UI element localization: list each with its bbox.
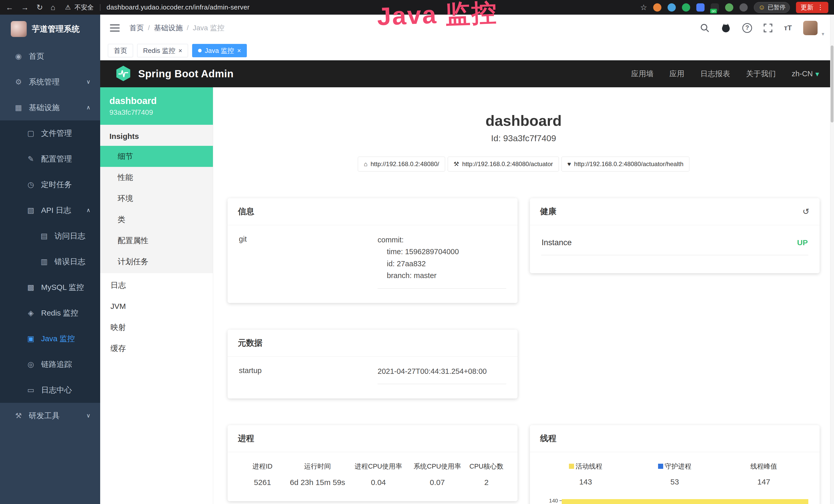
- sidebar-item-mysql-monitor[interactable]: ▩ MySQL 监控: [0, 274, 100, 300]
- sba-nav-wallboard[interactable]: 应用墙: [631, 69, 654, 79]
- tab-label: Redis 监控: [143, 46, 175, 55]
- header-actions: ? тT ▾: [700, 19, 824, 37]
- infrastructure-icon: ▦: [13, 103, 24, 112]
- sba-menu-item-logs[interactable]: 日志: [100, 275, 213, 296]
- forward-icon[interactable]: →: [21, 4, 29, 11]
- actuator-url-label: http://192.168.0.2:48080/actuator: [462, 160, 553, 168]
- sidebar-item-label: MySQL 监控: [41, 282, 84, 293]
- sba-menu-item-performance[interactable]: 性能: [100, 167, 213, 188]
- browser-menu-dots-icon[interactable]: ⋮: [817, 3, 824, 11]
- sba-menu-item-details[interactable]: 细节: [100, 146, 213, 167]
- sba-section-label: Insights: [100, 125, 213, 146]
- sba-instance-header[interactable]: dashboard 93a3fc7f7409: [100, 87, 213, 125]
- breadcrumb-item[interactable]: 首页: [129, 23, 144, 33]
- extension-icon-7[interactable]: [740, 3, 748, 12]
- security-warning-icon[interactable]: ⚠: [65, 4, 71, 11]
- sba-menu-item-config-props[interactable]: 配置属性: [100, 230, 213, 251]
- tab-home[interactable]: 首页: [108, 44, 133, 57]
- sidebar-item-cron-jobs[interactable]: ◷ 定时任务: [0, 172, 100, 198]
- sidebar-item-home[interactable]: ◉ 首页: [0, 43, 100, 69]
- sidebar-item-error-logs[interactable]: ▥ 错误日志: [0, 249, 100, 274]
- startup-timestamp: 2021-04-27T00:44:31.254+08:00: [378, 365, 506, 377]
- browser-update-button[interactable]: 更新 ⋮: [796, 2, 828, 13]
- sidebar-item-log-center[interactable]: ▭ 日志中心: [0, 377, 100, 403]
- back-icon[interactable]: ←: [6, 4, 13, 11]
- extension-icon-4[interactable]: [696, 3, 705, 12]
- breadcrumb-item[interactable]: 基础设施: [154, 23, 183, 33]
- extension-icon-2[interactable]: [667, 3, 676, 12]
- sidebar-item-trace[interactable]: ◎ 链路追踪: [0, 351, 100, 377]
- sba-menu-item-environment[interactable]: 环境: [100, 188, 213, 209]
- user-avatar[interactable]: [803, 21, 817, 35]
- metadata-card-body: startup 2021-04-27T00:44:31.254+08:00: [227, 357, 518, 398]
- caret-down-icon: ▾: [815, 70, 819, 78]
- sidebar-item-infrastructure[interactable]: ▦ 基础设施 ∧: [0, 95, 100, 120]
- instance-title: dashboard: [227, 112, 820, 129]
- sba-nav-journal[interactable]: 日志报表: [700, 69, 730, 79]
- fullscreen-icon[interactable]: [763, 23, 773, 32]
- sba-menu-item-jvm[interactable]: JVM: [100, 296, 213, 317]
- sidebar-item-system-mgmt[interactable]: ⚙ 系统管理 ∨: [0, 69, 100, 95]
- sba-menu-item-classes[interactable]: 类: [100, 209, 213, 230]
- extension-icon-5[interactable]: on: [711, 3, 719, 12]
- font-size-icon[interactable]: тT: [784, 24, 792, 32]
- process-col-value: 0.07: [410, 478, 465, 487]
- instance-url-button[interactable]: ⌂ http://192.168.0.2:48080/: [358, 157, 445, 171]
- sba-nav-about[interactable]: 关于我们: [746, 69, 776, 79]
- github-icon[interactable]: [721, 23, 731, 33]
- bookmark-star-icon[interactable]: ☆: [640, 3, 647, 12]
- sidebar-item-config-mgmt[interactable]: ✎ 配置管理: [0, 146, 100, 172]
- sba-brand-title: Spring Boot Admin: [138, 68, 234, 79]
- help-icon[interactable]: ?: [742, 23, 752, 33]
- metadata-row-value: 2021-04-27T00:44:31.254+08:00: [378, 365, 506, 384]
- page-scrollbar[interactable]: [830, 15, 834, 504]
- url-text[interactable]: dashboard.yudao.iocoder.cn/infra/admin-s…: [107, 3, 250, 11]
- sidebar-item-file-mgmt[interactable]: ▢ 文件管理: [0, 120, 100, 146]
- sidebar-item-access-logs[interactable]: ▤ 访问日志: [0, 223, 100, 249]
- app-logo-avatar: [11, 21, 27, 37]
- extension-icon-1[interactable]: [653, 3, 661, 12]
- extension-icon-6[interactable]: [725, 3, 733, 12]
- reload-icon[interactable]: ↻: [37, 4, 43, 11]
- sidebar-item-dev-tools[interactable]: ⚒ 研发工具 ∨: [0, 403, 100, 429]
- sidebar-item-api-logs[interactable]: ▧ API 日志 ∧: [0, 198, 100, 223]
- history-icon[interactable]: ↺: [803, 207, 809, 216]
- legend-blue-square-icon: [658, 464, 663, 469]
- sba-nav-applications[interactable]: 应用: [670, 69, 684, 79]
- home-icon[interactable]: ⌂: [50, 4, 55, 11]
- git-commit-branch: branch: master: [378, 270, 506, 281]
- process-col-value: 6d 23h 15m 59s: [288, 478, 347, 487]
- actuator-url-button[interactable]: ⚒ http://192.168.0.2:48080/actuator: [448, 157, 559, 171]
- scrollbar-thumb[interactable]: [831, 45, 833, 122]
- access-log-icon: ▤: [39, 232, 49, 240]
- breadcrumb-separator: /: [187, 24, 189, 32]
- sidebar-item-label: 配置管理: [41, 154, 72, 164]
- close-icon[interactable]: ×: [237, 47, 241, 54]
- divider: [100, 4, 101, 11]
- sidebar-item-label: API 日志: [41, 205, 71, 216]
- sba-menu-item-mappings[interactable]: 映射: [100, 317, 213, 338]
- sba-language-select[interactable]: zh-CN ▾: [792, 70, 819, 78]
- health-card-header: 健康 ↺: [530, 198, 820, 225]
- health-url-label: http://192.168.0.2:48080/actuator/health: [574, 160, 683, 168]
- sba-menu-item-caches[interactable]: 缓存: [100, 338, 213, 359]
- address-bar[interactable]: ⚠ 不安全 dashboard.yudao.iocoder.cn/infra/a…: [65, 3, 249, 12]
- close-icon[interactable]: ×: [178, 47, 182, 54]
- process-col-value: 0.04: [351, 478, 405, 487]
- tab-java-monitor[interactable]: Java 监控 ×: [192, 44, 247, 57]
- caret-down-icon[interactable]: ▾: [822, 31, 824, 37]
- tab-redis-monitor[interactable]: Redis 监控 ×: [137, 44, 188, 57]
- legend-value: 53: [630, 478, 719, 486]
- search-icon[interactable]: [700, 23, 709, 32]
- sidebar-item-label: 错误日志: [54, 256, 85, 267]
- health-url-button[interactable]: ♥ http://192.168.0.2:48080/actuator/heal…: [562, 157, 689, 171]
- sidebar-item-java-monitor[interactable]: ▣ Java 监控: [0, 326, 100, 351]
- sba-menu-item-scheduled-tasks[interactable]: 计划任务: [100, 251, 213, 272]
- paused-badge[interactable]: ☺ 已暂停: [754, 2, 790, 13]
- sidebar-item-redis-monitor[interactable]: ◈ Redis 监控: [0, 300, 100, 326]
- info-card: 信息 git commit: time: 1596289704000 id: 2…: [227, 198, 518, 303]
- sidebar-collapse-icon[interactable]: [110, 24, 120, 31]
- threads-card-header: 线程: [530, 425, 820, 452]
- chevron-up-icon: ∧: [86, 104, 90, 111]
- extension-icon-3[interactable]: [682, 3, 690, 12]
